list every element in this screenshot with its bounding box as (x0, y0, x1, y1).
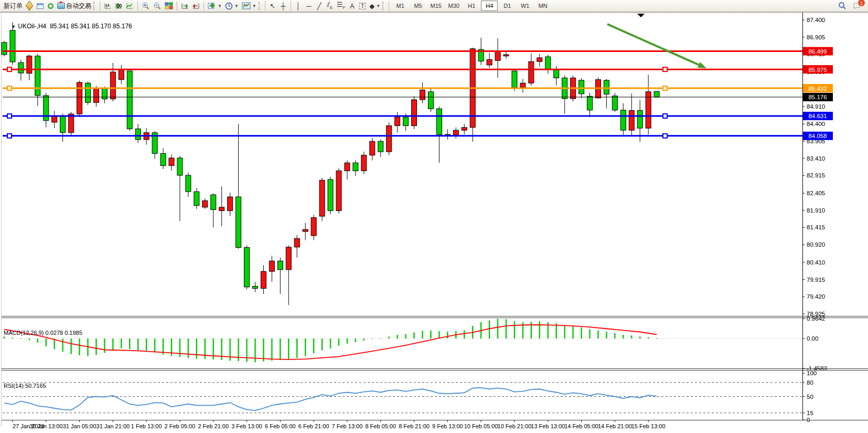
auto-scroll-button[interactable] (179, 1, 190, 11)
trendline-button[interactable]: ╱ (314, 1, 325, 11)
time-label: 8 Feb 21:00 (399, 423, 430, 429)
separator (137, 1, 138, 10)
auto-trading-button[interactable]: 自动交易 (56, 1, 93, 11)
timeframe-group: M1M5M15M30H1H4D1W1MN (391, 1, 552, 11)
auto-trading-icon (57, 3, 65, 9)
arrows-icon: ◆ (369, 3, 374, 9)
bull-candle (370, 141, 375, 155)
tile-windows-button[interactable] (163, 1, 175, 11)
bear-candle (18, 62, 24, 73)
timeframe-h1[interactable]: H1 (463, 1, 480, 11)
time-label: 7 Feb 13:00 (332, 423, 363, 429)
bear-candle (44, 96, 49, 121)
toolbar-grip (93, 2, 96, 10)
chart-shift-button[interactable] (190, 1, 201, 11)
vertical-line-icon: │ (296, 3, 301, 9)
bull-candle (412, 100, 417, 126)
cursor-button[interactable]: ↖ (267, 1, 278, 11)
price-badge-label: 85.432 (808, 86, 827, 92)
price-tick: 80.410 (807, 259, 825, 266)
timeframe-d1[interactable]: D1 (499, 1, 516, 11)
line-handle[interactable] (663, 114, 667, 118)
rsi-tick: 100 (807, 370, 817, 376)
time-label: 10 Feb 21:00 (498, 423, 532, 429)
collapse-arrow-icon[interactable]: ▼ (11, 24, 16, 29)
line-handle[interactable] (7, 67, 12, 71)
timeframe-m5[interactable]: M5 (410, 1, 426, 11)
line-handle[interactable] (663, 67, 667, 71)
price-tick: 84.400 (807, 121, 825, 127)
zoom-out-button[interactable] (152, 1, 163, 11)
time-label: 31 Jan 21:00 (97, 423, 130, 429)
line-chart-button[interactable] (124, 1, 135, 11)
candlestick-chart-button[interactable] (113, 1, 124, 11)
line-handle[interactable] (7, 86, 12, 90)
bear-candle (186, 175, 191, 192)
separator (177, 1, 177, 10)
bear-candle (403, 117, 409, 126)
zoom-in-button[interactable] (140, 1, 152, 11)
bear-candle (654, 91, 659, 97)
line-handle[interactable] (663, 134, 667, 138)
line-handle[interactable] (7, 114, 12, 118)
template-icon (242, 2, 251, 9)
horizontal-line-button[interactable]: ─ (304, 1, 314, 11)
vertical-line-button[interactable]: │ (293, 1, 304, 11)
text-label-button[interactable]: T (357, 1, 368, 11)
auto-trading-label: 自动交易 (66, 2, 91, 10)
bull-candle (420, 90, 425, 100)
bear-candle (160, 153, 166, 165)
line-handle[interactable] (7, 134, 12, 138)
terminal-window-button[interactable] (35, 1, 45, 11)
time-label: 1 Feb 13:00 (131, 423, 162, 429)
timeframe-m15[interactable]: M15 (427, 1, 444, 11)
price-badge-label: 84.058 (808, 133, 827, 139)
dropdown-caret-icon: ▼ (218, 4, 222, 8)
gold-diamond-icon (26, 1, 34, 10)
bear-candle (620, 110, 626, 130)
notifications-button[interactable]: 1 (851, 1, 863, 11)
market-watch-button[interactable] (24, 1, 35, 11)
new-chart-button[interactable]: ▼ (206, 1, 223, 11)
line-handle[interactable] (663, 86, 667, 90)
bull-candle (269, 261, 274, 271)
crosshair-button[interactable]: ┼ (278, 1, 288, 11)
bar-chart-icon (104, 2, 112, 9)
separator (265, 1, 265, 10)
timeframe-w1[interactable]: W1 (517, 1, 533, 11)
fibonacci-button[interactable]: ☰F (335, 1, 347, 11)
toolbar-grip (259, 2, 261, 10)
equidistant-channel-button[interactable]: ⫽E (325, 1, 335, 11)
bull-candle (228, 197, 233, 210)
cursor-icon: ↖ (270, 3, 275, 9)
bull-candle (110, 72, 115, 99)
templates-button[interactable]: ▼ (240, 1, 258, 11)
new-order-button[interactable]: 新订单 (2, 1, 24, 11)
dropdown-caret-icon: ▼ (234, 4, 239, 8)
search-button[interactable] (837, 1, 848, 11)
auto-scroll-icon (181, 2, 189, 9)
line-chart-icon (126, 2, 134, 9)
periods-button[interactable]: ▼ (223, 1, 240, 11)
text-button[interactable]: A (347, 1, 357, 11)
macd-indicator-label: MACD(12,26,9) 0.0278 0.1985 (4, 330, 82, 336)
bull-candle (520, 83, 526, 88)
timeframe-m30[interactable]: M30 (445, 1, 462, 11)
timeframe-h4[interactable]: H4 (481, 1, 498, 11)
signals-button[interactable] (45, 1, 56, 11)
macd-tick: 0.00 (807, 335, 818, 342)
terminal-window-icon (37, 3, 44, 9)
bull-candle (395, 117, 400, 126)
tile-windows-icon (165, 2, 173, 9)
chart-canvas[interactable]: 87.40086.90586.41085.90085.40584.91084.4… (0, 12, 868, 433)
timeframe-mn[interactable]: MN (534, 1, 551, 11)
arrows-button[interactable]: ◆▼ (368, 1, 382, 11)
bar-chart-button[interactable] (102, 1, 113, 11)
timeframe-m1[interactable]: M1 (392, 1, 409, 11)
bull-candle (169, 158, 174, 166)
bull-candle (387, 126, 392, 152)
equidistant-channel-icon: ⫽E (327, 1, 333, 11)
bull-candle (202, 200, 208, 207)
main-toolbar: 新订单 自动交易 (0, 0, 868, 12)
time-label: 31 Jan 05:00 (63, 423, 97, 429)
